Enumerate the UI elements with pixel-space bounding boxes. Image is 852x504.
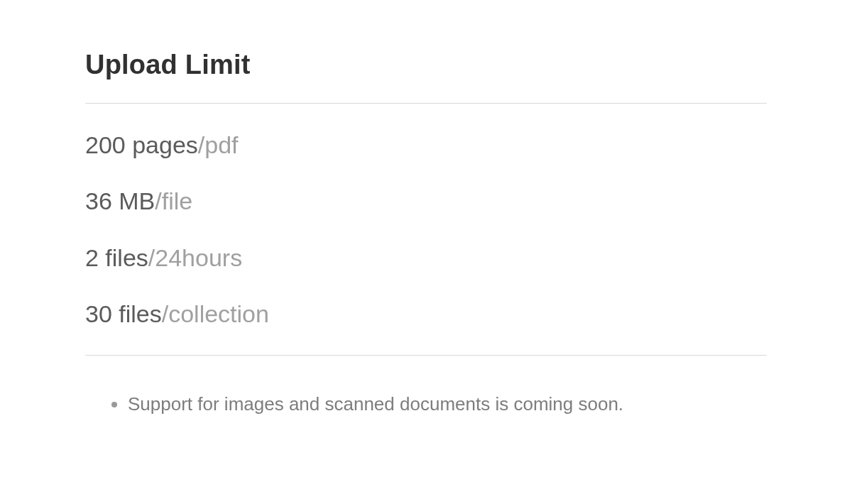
limit-unit: /collection bbox=[162, 300, 269, 327]
note-item: Support for images and scanned documents… bbox=[128, 391, 767, 417]
limits-list: 200 pages/pdf 36 MB/file 2 files/24hours… bbox=[85, 104, 767, 355]
limit-unit: /file bbox=[155, 187, 192, 214]
limit-files-per-day: 2 files/24hours bbox=[85, 245, 767, 271]
limit-mb-per-file: 36 MB/file bbox=[85, 188, 767, 214]
limit-files-per-collection: 30 files/collection bbox=[85, 301, 767, 327]
section-title: Upload Limit bbox=[85, 50, 767, 80]
upload-limit-card: Upload Limit 200 pages/pdf 36 MB/file 2 … bbox=[0, 0, 852, 417]
notes-list: Support for images and scanned documents… bbox=[85, 391, 767, 417]
limit-value: 30 files bbox=[85, 300, 162, 327]
limit-unit: /pdf bbox=[198, 131, 239, 158]
limit-pages-per-pdf: 200 pages/pdf bbox=[85, 132, 767, 158]
divider-bottom bbox=[85, 355, 767, 356]
limit-value: 200 pages bbox=[85, 131, 198, 158]
limit-value: 36 MB bbox=[85, 187, 155, 214]
limit-unit: /24hours bbox=[148, 244, 242, 271]
limit-value: 2 files bbox=[85, 244, 148, 271]
